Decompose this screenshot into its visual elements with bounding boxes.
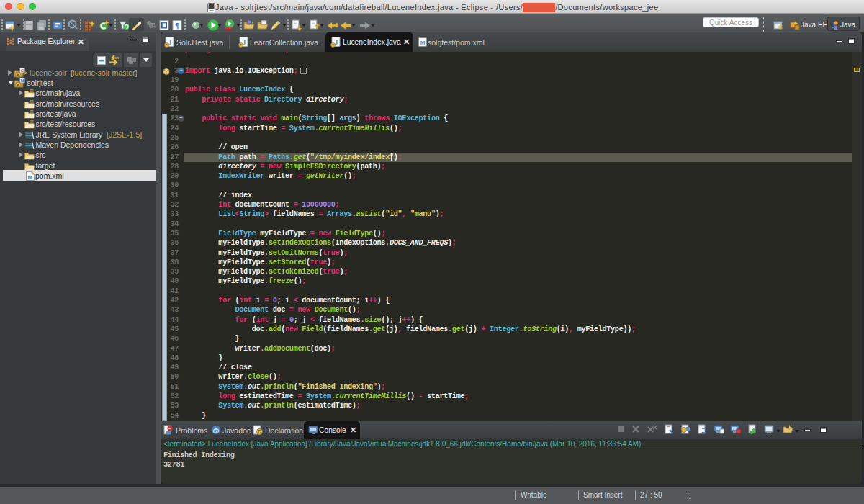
svg-text:@: @	[213, 427, 220, 434]
svg-text:M: M	[21, 78, 24, 83]
svg-text:M: M	[420, 40, 426, 46]
svg-text:D: D	[258, 429, 261, 434]
svg-text:M: M	[27, 174, 32, 180]
svg-text:¶: ¶	[175, 21, 179, 30]
